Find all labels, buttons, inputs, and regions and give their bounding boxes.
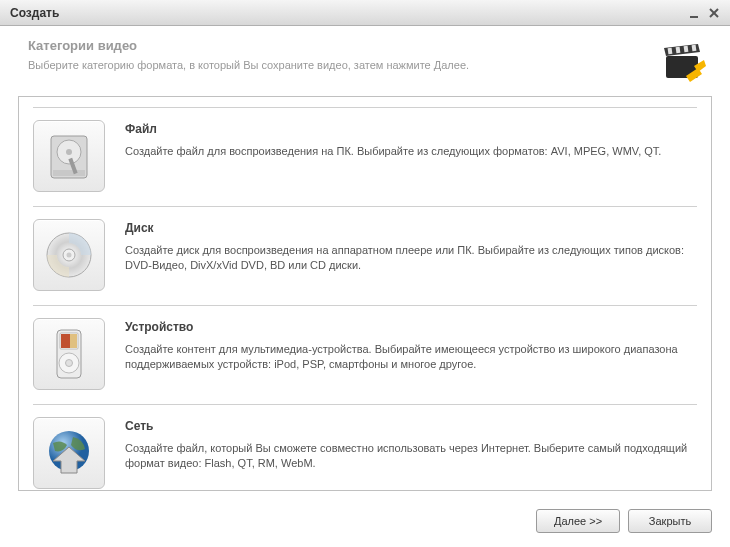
ipod-icon [41,326,97,382]
category-title: Сеть [125,419,697,433]
svg-rect-21 [61,334,70,348]
header-clapper-icon [660,38,708,86]
globe-icon [41,425,97,481]
close-button[interactable] [704,4,724,22]
create-window: Создать Категории видео Выберите категор… [0,0,730,547]
category-desc: Создайте файл, который Вы сможете совмес… [125,441,697,472]
category-device: Устройство Создайте контент для мультиме… [33,305,697,404]
category-text: Диск Создайте диск для воспроизведения н… [125,219,697,291]
svg-rect-22 [70,334,77,348]
svg-point-13 [66,149,72,155]
web-category-button[interactable] [33,417,105,489]
category-desc: Создайте файл для воспроизведения на ПК.… [125,144,697,159]
file-category-button[interactable] [33,120,105,192]
svg-rect-5 [668,48,673,54]
category-web: Сеть Создайте файл, который Вы сможете с… [33,404,697,499]
category-desc: Создайте диск для воспроизведения на апп… [125,243,697,274]
content-box: Файл Создайте файл для воспроизведения н… [18,96,712,491]
category-desc: Создайте контент для мультимедиа-устройс… [125,342,697,373]
header: Категории видео Выберите категорию форма… [0,26,730,96]
minimize-icon [688,7,700,19]
category-text: Файл Создайте файл для воспроизведения н… [125,120,697,192]
window-title: Создать [10,6,684,20]
header-text: Категории видео Выберите категорию форма… [28,38,660,86]
category-text: Устройство Создайте контент для мультиме… [125,318,697,390]
device-category-button[interactable] [33,318,105,390]
category-title: Устройство [125,320,697,334]
category-title: Диск [125,221,697,235]
content-wrap: Файл Создайте файл для воспроизведения н… [0,96,730,499]
titlebar: Создать [0,0,730,26]
header-title: Категории видео [28,38,660,53]
footer: Далее >> Закрыть [0,499,730,547]
category-disc: Диск Создайте диск для воспроизведения н… [33,206,697,305]
next-button[interactable]: Далее >> [536,509,620,533]
category-title: Файл [125,122,697,136]
svg-point-24 [66,360,73,367]
header-subtitle: Выберите категорию формата, в который Вы… [28,59,660,71]
svg-rect-14 [53,170,85,176]
minimize-button[interactable] [684,4,704,22]
svg-rect-8 [692,45,697,51]
disc-category-button[interactable] [33,219,105,291]
close-icon [708,7,720,19]
disc-icon [41,227,97,283]
svg-point-18 [67,253,72,258]
category-text: Сеть Создайте файл, который Вы сможете с… [125,417,697,489]
hard-drive-icon [41,128,97,184]
close-dialog-button[interactable]: Закрыть [628,509,712,533]
svg-rect-6 [676,47,681,53]
svg-rect-7 [684,46,689,52]
category-file: Файл Создайте файл для воспроизведения н… [33,107,697,206]
